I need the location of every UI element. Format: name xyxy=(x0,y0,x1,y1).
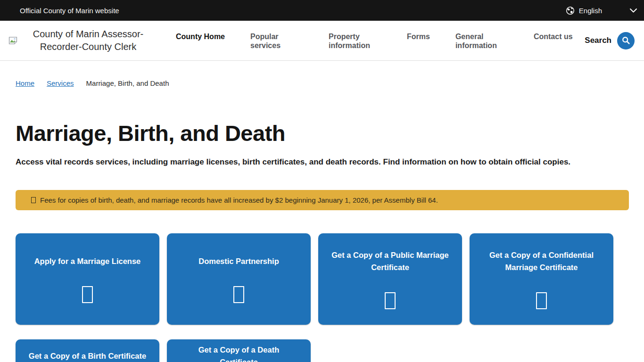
card-birth-certificate[interactable]: Get a Copy of a Birth Certificate xyxy=(16,339,159,362)
nav-general-information[interactable]: General information xyxy=(455,32,508,50)
search-button[interactable]: Search xyxy=(585,32,635,49)
nav-forms[interactable]: Forms xyxy=(407,32,430,41)
site-header: County of Marin Assessor-Recorder-County… xyxy=(0,21,644,61)
nav-contact-us[interactable]: Contact us xyxy=(534,32,573,41)
globe-icon xyxy=(566,6,575,15)
broken-image-icon xyxy=(8,36,17,45)
breadcrumb: Home Services Marriage, Birth, and Death xyxy=(16,79,629,87)
fee-alert-text: Fees for copies of birth, death, and mar… xyxy=(40,196,438,204)
nav-county-home[interactable]: County Home xyxy=(176,32,225,41)
breadcrumb-home[interactable]: Home xyxy=(16,79,34,87)
card-domestic-partnership[interactable]: Domestic Partnership xyxy=(167,233,311,325)
card-title: Domestic Partnership xyxy=(198,255,279,267)
nav-popular-services[interactable]: Popular services xyxy=(250,32,303,50)
card-public-marriage-certificate[interactable]: Get a Copy of a Public Marriage Certific… xyxy=(318,233,462,325)
breadcrumb-services[interactable]: Services xyxy=(47,79,74,87)
missing-image-icon xyxy=(385,292,396,309)
missing-glyph-icon xyxy=(31,197,36,203)
site-title[interactable]: County of Marin Assessor-Recorder-County… xyxy=(24,28,152,53)
language-selector[interactable]: English xyxy=(566,6,602,15)
top-bar: Official County of Marin website English xyxy=(0,0,644,21)
chevron-down-icon[interactable] xyxy=(629,8,637,13)
official-site-label: Official County of Marin website xyxy=(20,7,119,15)
site-brand[interactable]: County of Marin Assessor-Recorder-County… xyxy=(8,28,152,53)
service-cards-grid: Apply for a Marriage License Domestic Pa… xyxy=(16,233,629,362)
missing-image-icon xyxy=(233,286,244,303)
language-label: English xyxy=(579,7,602,15)
card-death-certificate[interactable]: Get a Copy of a Death Certificate xyxy=(167,339,311,362)
search-icon[interactable] xyxy=(617,32,635,49)
card-title: Get a Copy of a Confidential Marriage Ce… xyxy=(482,249,601,273)
page-intro: Access vital records services, including… xyxy=(16,157,629,168)
fee-alert-banner: Fees for copies of birth, death, and mar… xyxy=(16,190,629,210)
card-title: Apply for a Marriage License xyxy=(34,255,141,267)
card-apply-marriage-license[interactable]: Apply for a Marriage License xyxy=(16,233,159,325)
card-title: Get a Copy of a Public Marriage Certific… xyxy=(330,249,450,273)
page-title: Marriage, Birth, and Death xyxy=(16,120,629,146)
card-title: Get a Copy of a Death Certificate xyxy=(179,344,298,362)
main-nav: County Home Popular services Property in… xyxy=(176,21,573,50)
nav-property-information[interactable]: Property information xyxy=(329,32,381,50)
card-title: Get a Copy of a Birth Certificate xyxy=(29,350,146,362)
breadcrumb-current: Marriage, Birth, and Death xyxy=(86,79,169,87)
missing-image-icon xyxy=(536,292,547,309)
card-confidential-marriage-certificate[interactable]: Get a Copy of a Confidential Marriage Ce… xyxy=(470,233,613,325)
missing-image-icon xyxy=(82,286,93,303)
search-label: Search xyxy=(585,36,611,45)
main-content: Home Services Marriage, Birth, and Death… xyxy=(0,79,644,362)
